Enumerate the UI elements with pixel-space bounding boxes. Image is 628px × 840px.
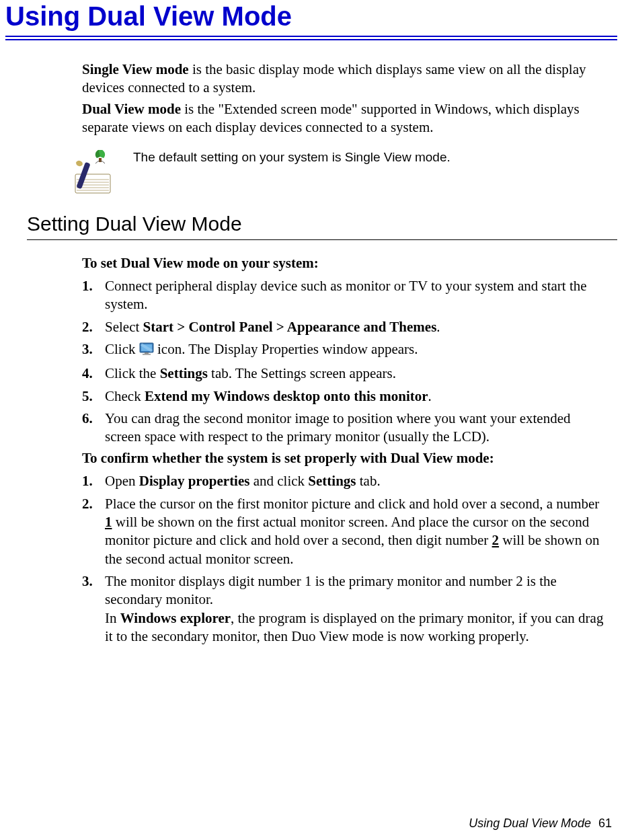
step-text: Check Extend my Windows desktop onto thi… xyxy=(105,387,608,406)
step-5: 5. Check Extend my Windows desktop onto … xyxy=(82,387,608,406)
note-icon xyxy=(71,149,114,196)
lead-confirm: To confirm whether the system is set pro… xyxy=(82,450,608,467)
text: In xyxy=(105,610,120,626)
step-text: Place the cursor on the first monitor pi… xyxy=(105,495,608,568)
steps-confirm: 1. Open Display properties and click Set… xyxy=(82,472,608,646)
step-number: 1. xyxy=(82,472,105,490)
page-title: Using Dual View Mode xyxy=(5,0,628,32)
step-number: 2. xyxy=(82,495,105,568)
step-6: 6. You can drag the second monitor image… xyxy=(82,410,608,447)
text: . xyxy=(436,319,440,335)
text: Place the cursor on the first monitor pi… xyxy=(105,496,599,512)
text: . xyxy=(428,388,432,404)
step-text: You can drag the second monitor image to… xyxy=(105,410,608,447)
svg-rect-8 xyxy=(99,158,102,162)
page-number: 61 xyxy=(598,816,612,830)
text: Click the xyxy=(105,365,160,381)
step-2: 2. Select Start > Control Panel > Appear… xyxy=(82,318,608,336)
digit-1: 1 xyxy=(105,514,112,530)
step-number: 3. xyxy=(82,572,105,646)
step-number: 4. xyxy=(82,365,105,383)
content-area: Single View mode is the basic display mo… xyxy=(82,61,608,196)
tab-name: Settings xyxy=(308,473,356,489)
step-text: Click icon. The Display Properties windo… xyxy=(105,340,608,360)
text: and click xyxy=(249,473,308,489)
step-4: 4. Click the Settings tab. The Settings … xyxy=(82,365,608,383)
step-number: 6. xyxy=(82,410,105,447)
lead-set: To set Dual View mode on your system: xyxy=(82,255,608,272)
svg-rect-12 xyxy=(143,354,151,355)
text: tab. xyxy=(356,473,381,489)
section-rule xyxy=(27,239,617,240)
text: Click xyxy=(105,341,139,357)
step-text: Select Start > Control Panel > Appearanc… xyxy=(105,318,608,336)
footer-label: Using Dual View Mode xyxy=(469,816,591,830)
step-1: 1. Open Display properties and click Set… xyxy=(82,472,608,490)
intro-para-dual: Dual View mode is the "Extended screen m… xyxy=(82,100,608,137)
tab-name: Settings xyxy=(160,365,208,381)
step-text: Connect peripheral display device such a… xyxy=(105,277,608,314)
note-text: The default setting on your system is Si… xyxy=(133,149,450,165)
ui-name: Windows explorer xyxy=(120,610,231,626)
step-number: 3. xyxy=(82,340,105,360)
step-text: Click the Settings tab. The Settings scr… xyxy=(105,365,608,383)
intro-para-single: Single View mode is the basic display mo… xyxy=(82,61,608,98)
title-rule xyxy=(5,36,617,40)
step-number: 5. xyxy=(82,387,105,406)
step-2: 2. Place the cursor on the first monitor… xyxy=(82,495,608,568)
step-number: 1. xyxy=(82,277,105,314)
step-3: 3. Click icon. The Display Properties wi… xyxy=(82,340,608,360)
text: The monitor displays digit number 1 is t… xyxy=(105,573,557,607)
page-footer: Using Dual View Mode 61 xyxy=(469,816,612,831)
display-icon xyxy=(139,342,154,360)
step-3: 3. The monitor displays digit number 1 i… xyxy=(82,572,608,646)
text: icon. The Display Properties window appe… xyxy=(154,341,418,357)
page: Using Dual View Mode Single View mode is… xyxy=(0,0,628,840)
steps-set: 1. Connect peripheral display device suc… xyxy=(82,277,608,446)
dual-view-label: Dual View mode xyxy=(82,101,181,117)
option-name: Extend my Windows desktop onto this moni… xyxy=(145,388,428,404)
svg-rect-11 xyxy=(145,352,149,354)
text: Select xyxy=(105,319,143,335)
step-text: The monitor displays digit number 1 is t… xyxy=(105,572,608,646)
text: tab. The Settings screen appears. xyxy=(208,365,396,381)
single-view-label: Single View mode xyxy=(82,61,189,77)
ui-name: Display properties xyxy=(139,473,250,489)
section-content: To set Dual View mode on your system: 1.… xyxy=(82,255,608,646)
svg-point-7 xyxy=(75,160,83,167)
menu-path: Start > Control Panel > Appearance and T… xyxy=(143,319,437,335)
text: Check xyxy=(105,388,145,404)
step-text: Open Display properties and click Settin… xyxy=(105,472,608,490)
step-1: 1. Connect peripheral display device suc… xyxy=(82,277,608,314)
note-block: The default setting on your system is Si… xyxy=(71,149,608,196)
digit-2: 2 xyxy=(492,532,500,548)
step-number: 2. xyxy=(82,318,105,336)
section-heading: Setting Dual View Mode xyxy=(27,213,628,235)
text: Open xyxy=(105,473,139,489)
